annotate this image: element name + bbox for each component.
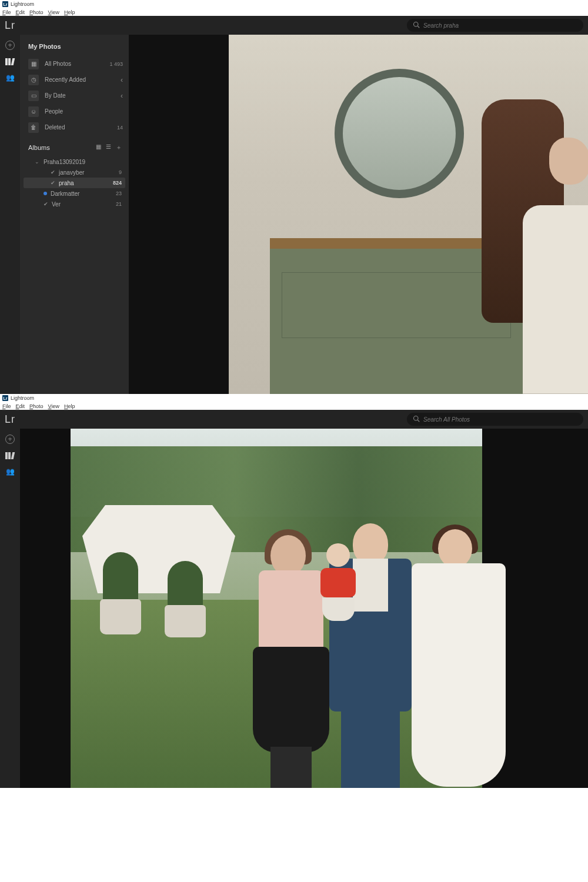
album-darkmatter[interactable]: Darkmatter 23 bbox=[24, 188, 125, 199]
menu-file[interactable]: File bbox=[2, 403, 11, 409]
add-album-icon[interactable]: ＋ bbox=[116, 143, 122, 152]
left-rail: + 👥 bbox=[0, 429, 20, 788]
search-icon bbox=[413, 20, 420, 31]
clock-icon: ◷ bbox=[28, 75, 39, 85]
albums-header: Albums ▦ ☰ ＋ bbox=[20, 135, 129, 156]
nav-deleted[interactable]: 🗑 Deleted 14 bbox=[20, 119, 129, 135]
sharing-tab[interactable]: 👥 bbox=[6, 74, 15, 82]
window-title: Lightroom bbox=[11, 395, 34, 401]
side-panel: My Photos ▦ All Photos 1 493 ◷ Recently … bbox=[20, 35, 129, 394]
menu-help[interactable]: Help bbox=[64, 9, 75, 15]
menu-bar: File Edit Photo View Help bbox=[0, 402, 588, 410]
folder-praha13092019[interactable]: ⌄ Praha13092019 bbox=[24, 156, 125, 167]
search-input[interactable]: Search praha bbox=[407, 19, 583, 32]
library-tab[interactable] bbox=[5, 58, 15, 65]
left-rail: + 👥 bbox=[0, 35, 20, 394]
workspace: + 👥 My Photos ▦ All Photos 1 493 ◷ Recen… bbox=[0, 35, 588, 394]
nav-all-photos[interactable]: ▦ All Photos 1 493 bbox=[20, 56, 129, 72]
chevron-left-icon bbox=[121, 92, 123, 100]
menu-photo[interactable]: Photo bbox=[29, 9, 44, 15]
nav-people[interactable]: ☺ People bbox=[20, 103, 129, 119]
app-header: Lr Search praha bbox=[0, 16, 588, 35]
chevron-down-icon: ⌄ bbox=[34, 159, 40, 165]
menu-edit[interactable]: Edit bbox=[16, 9, 25, 15]
grid-icon: ▦ bbox=[28, 59, 39, 69]
synced-icon: ✔ bbox=[44, 201, 48, 207]
search-input[interactable]: Search All Photos bbox=[407, 413, 583, 426]
lightroom-window-top: Lr Lightroom File Edit Photo View Help L… bbox=[0, 0, 588, 394]
search-icon bbox=[413, 414, 420, 425]
albums-tree: ⌄ Praha13092019 ✔ janavyber 9 ✔ praha 82… bbox=[20, 156, 129, 209]
workspace: + 👥 bbox=[0, 429, 588, 788]
trash-icon: 🗑 bbox=[28, 122, 39, 133]
menu-bar: File Edit Photo View Help bbox=[0, 8, 588, 16]
menu-edit[interactable]: Edit bbox=[16, 403, 25, 409]
svg-line-1 bbox=[417, 26, 419, 28]
app-icon: Lr bbox=[2, 1, 8, 7]
chevron-left-icon bbox=[121, 76, 123, 84]
lr-logo: Lr bbox=[5, 413, 15, 426]
lr-logo: Lr bbox=[5, 19, 15, 32]
menu-view[interactable]: View bbox=[48, 9, 59, 15]
view-list-icon[interactable]: ☰ bbox=[106, 143, 111, 152]
library-tab[interactable] bbox=[5, 452, 15, 459]
menu-photo[interactable]: Photo bbox=[29, 403, 44, 409]
add-button[interactable]: + bbox=[5, 41, 15, 50]
preview-photo bbox=[71, 429, 482, 788]
album-praha[interactable]: ✔ praha 824 bbox=[24, 178, 125, 188]
search-placeholder: Search praha bbox=[423, 22, 459, 29]
synced-icon: ✔ bbox=[51, 169, 55, 175]
title-bar: Lr Lightroom bbox=[0, 0, 588, 8]
window-title: Lightroom bbox=[11, 1, 34, 7]
my-photos-header: My Photos bbox=[20, 41, 129, 56]
svg-point-0 bbox=[414, 22, 419, 27]
synced-icon: ✔ bbox=[51, 180, 55, 186]
menu-view[interactable]: View bbox=[48, 403, 59, 409]
app-header: Lr Search All Photos bbox=[0, 410, 588, 429]
search-placeholder: Search All Photos bbox=[423, 416, 470, 423]
menu-help[interactable]: Help bbox=[64, 403, 75, 409]
person-icon: ☺ bbox=[28, 106, 39, 117]
title-bar: Lr Lightroom bbox=[0, 394, 588, 402]
syncing-icon bbox=[44, 192, 47, 195]
svg-line-3 bbox=[417, 420, 419, 422]
add-button[interactable]: + bbox=[5, 435, 15, 444]
nav-by-date[interactable]: ▭ By Date bbox=[20, 88, 129, 103]
view-grid-icon[interactable]: ▦ bbox=[96, 143, 101, 152]
nav-recently-added[interactable]: ◷ Recently Added bbox=[20, 72, 129, 88]
preview-photo bbox=[229, 35, 588, 394]
calendar-icon: ▭ bbox=[28, 91, 39, 101]
lightroom-window-bottom: Lr Lightroom File Edit Photo View Help L… bbox=[0, 394, 588, 788]
svg-point-2 bbox=[414, 416, 419, 421]
app-icon: Lr bbox=[2, 395, 8, 401]
image-canvas[interactable] bbox=[20, 429, 588, 788]
sharing-tab[interactable]: 👥 bbox=[6, 467, 15, 476]
image-canvas[interactable] bbox=[129, 35, 588, 394]
album-ver[interactable]: ✔ Ver 21 bbox=[24, 199, 125, 209]
album-janavyber[interactable]: ✔ janavyber 9 bbox=[24, 167, 125, 178]
menu-file[interactable]: File bbox=[2, 9, 11, 15]
